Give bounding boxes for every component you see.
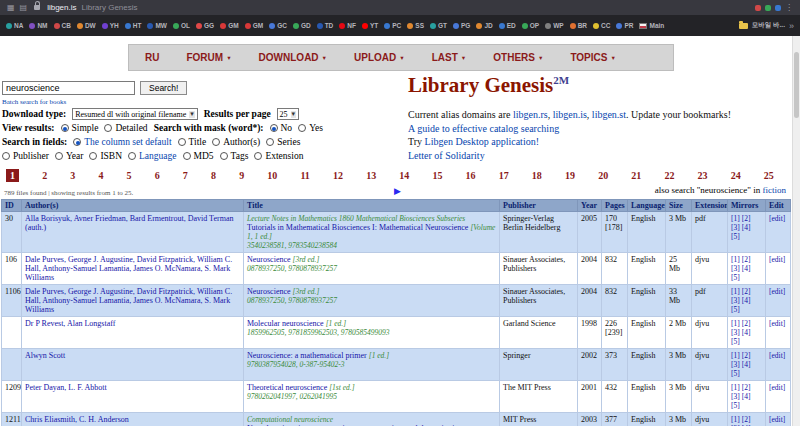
mirror-link[interactable]: [4] <box>742 223 751 232</box>
page-link[interactable]: 24 <box>731 170 741 181</box>
mirror-link[interactable]: [2] <box>742 351 751 360</box>
bookmark-main[interactable]: Main <box>639 22 664 29</box>
next-page-arrow[interactable]: ▶ <box>394 186 401 196</box>
sidebar-icon[interactable]: ▤ <box>20 4 28 12</box>
mirror-link[interactable]: [4] <box>742 264 751 273</box>
isbn-link[interactable]: 1859962505, 9781859962503, 9780585499093 <box>247 328 390 337</box>
more-icon[interactable]: ⋮ <box>785 4 793 12</box>
page-link[interactable]: 9 <box>239 170 244 181</box>
bookmark-item[interactable]: PG <box>453 22 470 29</box>
nav-item-forum[interactable]: FORUM▼ <box>186 52 231 63</box>
mirror-link[interactable]: [1] <box>731 214 740 223</box>
author-link[interactable]: Dr P Revest, Alan Longstaff <box>25 319 115 328</box>
edit-link[interactable]: [edit] <box>769 415 785 424</box>
title-link[interactable]: Theoretical neuroscience <box>247 383 327 392</box>
bookmark-item[interactable]: GC <box>269 22 287 29</box>
bookmark-item[interactable]: OL <box>173 22 190 29</box>
isbn-link[interactable]: 3540238581, 9783540238584 <box>247 241 337 250</box>
col-header[interactable]: Mirrors <box>728 200 766 212</box>
series-link[interactable]: Computational neuroscience <box>247 415 333 424</box>
col-header[interactable]: Extension <box>692 200 728 212</box>
page-link[interactable]: 21 <box>631 170 641 181</box>
page-link[interactable]: 23 <box>698 170 708 181</box>
mirror-link[interactable]: [4] <box>742 296 751 305</box>
bookmark-item[interactable]: GD <box>293 22 311 29</box>
bookmark-item[interactable]: OP <box>522 22 539 29</box>
mirror-link[interactable]: [5] <box>731 305 740 314</box>
col-header[interactable]: Pages <box>602 200 628 212</box>
guide-link[interactable]: A guide to effective catalog searching <box>408 123 559 134</box>
bookmark-item[interactable]: YH <box>102 22 119 29</box>
title-link[interactable]: Neuroscience <box>247 255 291 264</box>
bookmark-item[interactable]: DW <box>77 22 96 29</box>
page-link[interactable]: 15 <box>432 170 442 181</box>
bookmark-item[interactable]: GM <box>245 22 263 29</box>
mirror-link[interactable]: [3] <box>731 223 740 232</box>
search-button[interactable]: Search! <box>140 81 187 95</box>
isbn-link[interactable]: 9780262041997, 0262041995 <box>247 392 337 401</box>
radio-field-title[interactable]: Title <box>178 137 207 147</box>
bookmark-item[interactable]: NF <box>339 22 356 29</box>
mirror-link[interactable]: [1] <box>731 255 740 264</box>
radio-field-tags[interactable]: Tags <box>220 151 249 161</box>
mirror-link[interactable]: [3] <box>731 296 740 305</box>
bookmark-item[interactable]: JD <box>476 22 492 29</box>
page-link[interactable]: 4 <box>98 170 103 181</box>
col-header[interactable]: ID <box>2 200 22 212</box>
page-link[interactable]: 19 <box>565 170 575 181</box>
series-link[interactable]: Lecture Notes in Mathematics 1860 Mathem… <box>247 214 465 223</box>
overflow-chevron-icon[interactable]: » <box>789 21 794 31</box>
page-link[interactable]: 8 <box>211 170 216 181</box>
mirror-link[interactable]: [5] <box>731 232 740 241</box>
scrollbar[interactable] <box>792 36 800 426</box>
mirror-link[interactable]: [3] <box>731 392 740 401</box>
edit-link[interactable]: [edit] <box>769 214 785 223</box>
mirror-link[interactable]: [2] <box>742 214 751 223</box>
bookmark-item[interactable]: TD <box>317 22 334 29</box>
mirror-link[interactable]: [1] <box>731 319 740 328</box>
radio-detailed[interactable]: Detailed <box>104 123 147 133</box>
mirror-link[interactable]: [2] <box>742 287 751 296</box>
isbn-link[interactable]: 9780387954028, 0-387-95402-3 <box>247 360 345 369</box>
bookmark-item[interactable]: NA <box>6 22 23 29</box>
radio-field-series[interactable]: Series <box>266 137 300 147</box>
radio-field-publisher[interactable]: Publisher <box>2 151 49 161</box>
title-link[interactable]: Neuroscience: a mathematical primer <box>247 351 367 360</box>
author-link[interactable]: Alwyn Scott <box>25 351 65 360</box>
page-link[interactable]: 13 <box>366 170 376 181</box>
edit-link[interactable]: [edit] <box>769 383 785 392</box>
download-type-select[interactable]: Resumed dl with original filename▾ <box>72 108 198 120</box>
mirror-link[interactable]: [3] <box>731 264 740 273</box>
desktop-app-link[interactable]: Libgen Desktop application! <box>425 136 539 147</box>
radio-simple[interactable]: Simple <box>61 123 99 133</box>
radio-field-isbn[interactable]: ISBN <box>89 151 122 161</box>
title-link[interactable]: Molecular neuroscience <box>247 319 324 328</box>
mirror-link[interactable]: [4] <box>742 360 751 369</box>
page-link[interactable]: 17 <box>499 170 509 181</box>
bookmark-item[interactable]: NM <box>29 22 47 29</box>
radio-field-year[interactable]: Year <box>55 151 84 161</box>
nav-item-download[interactable]: DOWNLOAD▼ <box>259 52 327 63</box>
mirror-link[interactable]: [2] <box>742 383 751 392</box>
mirror-link[interactable]: [1] <box>731 351 740 360</box>
bookmark-item[interactable]: YT <box>362 22 378 29</box>
author-link[interactable]: Chris Eliasmith, C. H. Anderson <box>25 415 129 424</box>
page-link[interactable]: 5 <box>127 170 132 181</box>
page-link[interactable]: 11 <box>300 170 309 181</box>
bookmark-item[interactable]: HT <box>125 22 142 29</box>
radio-columns-default[interactable]: The column set default <box>73 137 171 147</box>
results-per-page-select[interactable]: 25▾ <box>277 108 300 120</box>
col-header[interactable]: Year <box>578 200 602 212</box>
grid-icon[interactable]: ▦ <box>7 4 15 12</box>
fiction-link[interactable]: fiction <box>763 185 787 195</box>
page-link[interactable]: 22 <box>664 170 674 181</box>
bookmark-item[interactable]: CC <box>593 22 610 29</box>
bookmark-item[interactable]: WP <box>545 22 563 29</box>
mirror-link[interactable]: [3] <box>731 360 740 369</box>
isbn-link[interactable]: 0878937250, 9780878937257 <box>247 264 337 273</box>
radio-mask-no[interactable]: No <box>270 123 293 133</box>
page-link[interactable]: 2 <box>42 170 47 181</box>
batch-search-link[interactable]: Batch search for books <box>2 98 66 106</box>
col-header[interactable]: Author(s) <box>22 200 244 212</box>
title-link[interactable]: Neuroscience <box>247 287 291 296</box>
